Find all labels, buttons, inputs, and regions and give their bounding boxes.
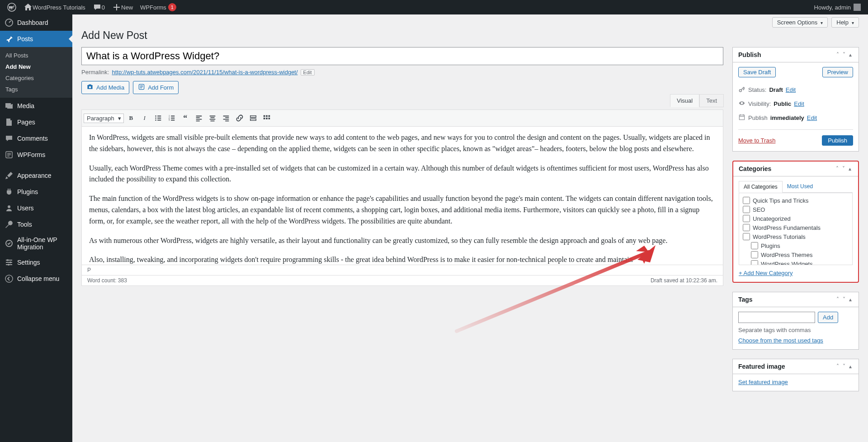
format-select[interactable]: Paragraph: [84, 114, 124, 123]
sub-add-new[interactable]: Add New: [0, 61, 72, 72]
move-down-icon[interactable]: ˅: [841, 52, 847, 58]
sub-all-posts[interactable]: All Posts: [0, 50, 72, 61]
svg-text:3: 3: [169, 119, 170, 121]
move-up-icon[interactable]: ˄: [835, 363, 840, 370]
edit-visibility-link[interactable]: Edit: [794, 100, 804, 107]
bullet-list-button[interactable]: [152, 112, 165, 124]
readmore-button[interactable]: [247, 112, 259, 124]
move-to-trash-link[interactable]: Move to Trash: [738, 137, 775, 144]
edit-slug-button[interactable]: Edit: [301, 69, 315, 76]
tab-text[interactable]: Text: [699, 94, 724, 107]
menu-pages[interactable]: Pages: [0, 114, 72, 130]
set-featured-image-link[interactable]: Set featured image: [738, 379, 788, 385]
move-up-icon[interactable]: ˄: [835, 166, 840, 172]
menu-tools[interactable]: Tools: [0, 216, 72, 233]
permalink-link[interactable]: http://wp-tuts.atwebpages.com/2021/11/15…: [112, 69, 297, 76]
menu-users[interactable]: Users: [0, 200, 72, 216]
tab-all-categories[interactable]: All Categories: [739, 181, 783, 193]
add-new-category-link[interactable]: + Add New Category: [739, 270, 793, 276]
sub-tags[interactable]: Tags: [0, 84, 72, 95]
publish-button[interactable]: Publish: [822, 135, 853, 146]
add-form-button[interactable]: Add Form: [133, 81, 179, 94]
permalink-row: Permalink: http://wp-tuts.atwebpages.com…: [81, 69, 723, 76]
align-left-button[interactable]: [193, 112, 205, 124]
move-up-icon[interactable]: ˄: [835, 52, 840, 58]
choose-tags-link[interactable]: Choose from the most used tags: [738, 337, 823, 344]
menu-appearance[interactable]: Appearance: [0, 167, 72, 184]
tab-visual[interactable]: Visual: [670, 94, 699, 107]
move-down-icon[interactable]: ˅: [841, 166, 846, 172]
categories-title: Categories: [739, 165, 771, 172]
tags-title: Tags: [738, 296, 753, 303]
link-button[interactable]: [233, 112, 246, 124]
toggle-icon[interactable]: ▴: [847, 166, 853, 172]
svg-point-7: [8, 264, 9, 266]
cat-checkbox[interactable]: [743, 206, 750, 213]
menu-dashboard[interactable]: Dashboard: [0, 14, 72, 31]
wpforms-link[interactable]: WPForms1: [137, 0, 180, 14]
toggle-icon[interactable]: ▴: [848, 363, 853, 370]
comments-link[interactable]: 0: [89, 0, 108, 14]
menu-migration[interactable]: All-in-One WP Migration: [0, 233, 72, 254]
editor-content[interactable]: In WordPress, widgets are small visible …: [82, 127, 723, 265]
menu-comments[interactable]: Comments: [0, 130, 72, 147]
bold-button[interactable]: B: [125, 112, 137, 124]
svg-rect-18: [268, 115, 270, 117]
menu-label: Dashboard: [17, 19, 48, 26]
italic-button[interactable]: I: [138, 112, 151, 124]
menu-wpforms[interactable]: WPForms: [0, 147, 72, 163]
wp-logo[interactable]: [4, 0, 20, 14]
numbered-list-button[interactable]: 123: [165, 112, 178, 124]
toolbar-toggle-button[interactable]: [260, 112, 273, 124]
plus-icon: [112, 3, 121, 12]
move-down-icon[interactable]: ˅: [841, 296, 847, 303]
cat-checkbox[interactable]: [743, 224, 750, 231]
edit-timestamp-link[interactable]: Edit: [807, 114, 817, 121]
cat-checkbox[interactable]: [743, 233, 750, 240]
howdy-text: Howdy, admin: [814, 4, 851, 11]
cat-checkbox[interactable]: [743, 197, 750, 204]
help-tab[interactable]: Help: [831, 17, 859, 28]
svg-rect-19: [264, 118, 265, 119]
add-media-button[interactable]: Add Media: [81, 81, 129, 94]
menu-media[interactable]: Media: [0, 98, 72, 114]
quote-button[interactable]: “: [179, 112, 192, 124]
cat-checkbox[interactable]: [751, 242, 758, 249]
cat-label: Uncategorized: [753, 215, 791, 222]
toggle-icon[interactable]: ▴: [848, 296, 853, 303]
editor-path: P: [87, 267, 91, 273]
edit-status-link[interactable]: Edit: [786, 86, 796, 93]
site-link[interactable]: WordPress Tutorials: [20, 0, 89, 14]
move-up-icon[interactable]: ˄: [835, 296, 840, 303]
menu-posts[interactable]: Posts: [0, 31, 72, 47]
svg-point-11: [155, 118, 156, 119]
calendar-icon: [738, 114, 745, 122]
autosave-status: Draft saved at 10:22:36 am.: [651, 277, 717, 284]
sub-categories[interactable]: Categories: [0, 72, 72, 84]
add-form-label: Add Form: [148, 84, 174, 91]
align-right-button[interactable]: [220, 112, 232, 124]
save-draft-button[interactable]: Save Draft: [738, 67, 776, 77]
add-tag-button[interactable]: Add: [818, 312, 838, 323]
category-list[interactable]: Quick Tips and Tricks SEO Uncategorized …: [739, 193, 853, 265]
cat-checkbox[interactable]: [743, 215, 750, 222]
menu-plugins[interactable]: Plugins: [0, 184, 72, 200]
align-center-button[interactable]: [206, 112, 219, 124]
preview-button[interactable]: Preview: [822, 67, 853, 77]
account-link[interactable]: Howdy, admin: [811, 0, 864, 14]
add-media-label: Add Media: [96, 84, 124, 91]
posts-submenu: All Posts Add New Categories Tags: [0, 47, 72, 98]
menu-collapse[interactable]: Collapse menu: [0, 271, 72, 287]
screen-options-tab[interactable]: Screen Options: [772, 17, 828, 28]
move-down-icon[interactable]: ˅: [841, 363, 847, 370]
new-content[interactable]: New: [108, 0, 137, 14]
menu-settings[interactable]: Settings: [0, 254, 72, 271]
wpforms-badge: 1: [168, 3, 176, 11]
tab-most-used[interactable]: Most Used: [783, 181, 817, 192]
tag-input[interactable]: [738, 312, 815, 323]
post-title-input[interactable]: [81, 47, 723, 65]
cat-checkbox[interactable]: [751, 251, 758, 258]
cat-checkbox[interactable]: [751, 260, 758, 265]
toggle-icon[interactable]: ▴: [848, 52, 853, 58]
menu-label: Appearance: [17, 172, 52, 179]
